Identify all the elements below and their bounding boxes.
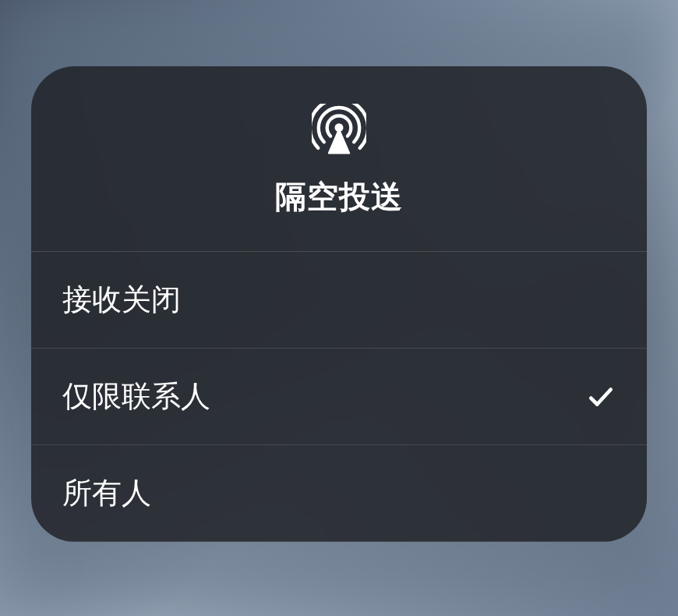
- option-label: 所有人: [62, 473, 151, 513]
- checkmark-icon: [586, 382, 616, 412]
- option-label: 接收关闭: [62, 280, 181, 320]
- option-everyone[interactable]: 所有人: [31, 445, 647, 542]
- option-receiving-off[interactable]: 接收关闭: [31, 252, 647, 349]
- option-contacts-only[interactable]: 仅限联系人: [31, 349, 647, 445]
- option-label: 仅限联系人: [62, 377, 210, 416]
- airdrop-panel: 隔空投送 接收关闭 仅限联系人 所有人: [31, 66, 647, 542]
- options-list: 接收关闭 仅限联系人 所有人: [31, 252, 647, 542]
- airdrop-icon: [312, 104, 366, 158]
- panel-title: 隔空投送: [275, 175, 403, 218]
- panel-header: 隔空投送: [31, 66, 647, 252]
